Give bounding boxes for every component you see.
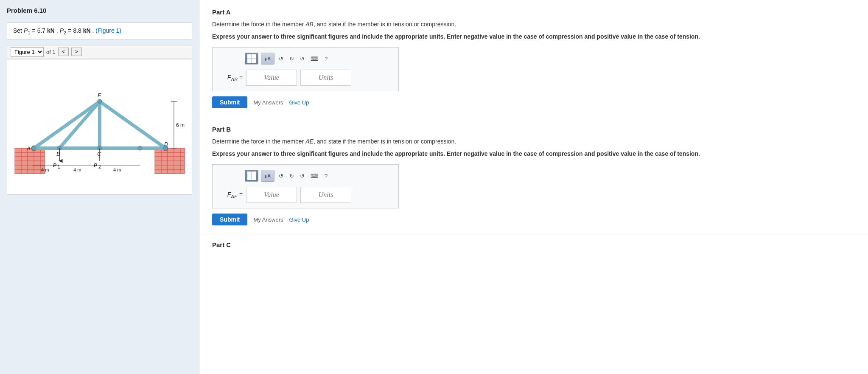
part-a-title: Part A [212, 8, 855, 16]
right-panel: Part A Determine the force in the member… [199, 0, 868, 374]
figure-container: Figure 1 of 1 < > [7, 45, 192, 195]
figure-prev-button[interactable]: < [58, 48, 69, 56]
part-a-answer-box: μA ↺ ↻ ↺ ⌨ ? FAB = [212, 47, 399, 91]
svg-text:4 m: 4 m [41, 167, 49, 172]
toolbar-mu-button[interactable]: μA [261, 53, 274, 65]
part-a-toolbar: μA ↺ ↻ ↺ ⌨ ? [219, 53, 392, 65]
svg-text:1: 1 [58, 165, 60, 169]
part-b-submit-button[interactable]: Submit [212, 214, 247, 225]
svg-text:E: E [98, 92, 101, 98]
part-b-title: Part B [212, 126, 855, 133]
part-b-toolbar-help-icon[interactable]: ? [323, 172, 329, 180]
part-a-description: Determine the force in the member AB, an… [212, 20, 855, 29]
svg-text:←: ← [32, 163, 36, 167]
part-b-value-input[interactable] [246, 187, 297, 203]
part-b-instructions: Express your answer to three significant… [212, 149, 855, 158]
problem-title: Problem 6.10 [7, 7, 192, 14]
part-b-answer-row: FAE = [219, 187, 392, 203]
left-panel: Problem 6.10 Set P1 = 6.7 kN , P2 = 8.8 … [0, 0, 199, 374]
svg-text:D: D [164, 141, 168, 147]
part-b-mu-label: μA [265, 173, 271, 178]
part-c-title: Part C [199, 234, 868, 252]
part-a-section: Part A Determine the force in the member… [199, 0, 868, 117]
truss-diagram: E A B C D 6 m 4 m 4 m 4 m [11, 63, 189, 191]
part-a-give-up-link[interactable]: Give Up [289, 99, 309, 106]
svg-point-30 [98, 99, 102, 104]
svg-text:A: A [26, 145, 31, 152]
svg-text:4 m: 4 m [113, 167, 121, 172]
figure-select[interactable]: Figure 1 [11, 47, 44, 57]
part-b-my-answers-label: My Answers [253, 217, 283, 223]
figure-controls: Figure 1 of 1 < > [7, 45, 192, 59]
part-b-description: Determine the force in the member AE, an… [212, 137, 855, 146]
svg-line-23 [100, 101, 165, 148]
toolbar-redo-icon[interactable]: ↻ [288, 55, 296, 63]
svg-text:2: 2 [98, 165, 101, 169]
part-a-instructions: Express your answer to three significant… [212, 32, 855, 41]
part-b-units-input[interactable] [300, 187, 351, 203]
svg-text:6 m: 6 m [176, 122, 185, 128]
part-a-submit-button[interactable]: Submit [212, 96, 247, 108]
part-a-my-answers-label: My Answers [253, 99, 283, 106]
part-a-units-input[interactable] [300, 70, 351, 86]
toolbar-keyboard-icon[interactable]: ⌨ [309, 55, 320, 63]
toolbar-grid-button[interactable] [245, 53, 258, 65]
part-b-toolbar-reset-icon[interactable]: ↺ [298, 172, 306, 180]
svg-text:4 m: 4 m [73, 167, 81, 172]
figure-link[interactable]: (Figure 1) [95, 27, 121, 34]
figure-image: E A B C D 6 m 4 m 4 m 4 m [7, 59, 192, 195]
problem-info-box: Set P1 = 6.7 kN , P2 = 8.8 kN . (Figure … [7, 22, 192, 40]
part-a-value-input[interactable] [246, 70, 297, 86]
svg-point-32 [138, 146, 142, 150]
part-b-give-up-link[interactable]: Give Up [289, 217, 309, 223]
figure-of-label: of 1 [46, 49, 56, 55]
part-a-equation-label: FAB = [219, 74, 243, 82]
part-a-submit-row: Submit My Answers Give Up [212, 96, 855, 108]
svg-text:P: P [53, 163, 57, 169]
part-b-toolbar-undo-icon[interactable]: ↺ [277, 172, 285, 180]
part-a-answer-row: FAB = [219, 70, 392, 86]
part-b-toolbar: μA ↺ ↻ ↺ ⌨ ? [219, 170, 392, 182]
mu-label: μA [265, 56, 271, 61]
toolbar-reset-icon[interactable]: ↺ [298, 55, 306, 63]
part-b-toolbar-redo-icon[interactable]: ↻ [288, 172, 296, 180]
part-b-answer-box: μA ↺ ↻ ↺ ⌨ ? FAE = [212, 164, 399, 208]
svg-point-27 [32, 146, 36, 150]
figure-next-button[interactable]: > [71, 48, 82, 56]
part-b-toolbar-keyboard-icon[interactable]: ⌨ [309, 172, 320, 180]
svg-text:C: C [97, 151, 101, 157]
part-b-toolbar-grid-button[interactable] [245, 170, 258, 182]
part-b-equation-label: FAE = [219, 191, 243, 199]
part-b-submit-row: Submit My Answers Give Up [212, 214, 855, 225]
part-b-toolbar-mu-button[interactable]: μA [261, 170, 274, 182]
problem-info-text: Set P1 = 6.7 kN , P2 = 8.8 kN . [13, 27, 95, 34]
svg-text:P: P [94, 163, 98, 169]
toolbar-help-icon[interactable]: ? [323, 55, 329, 63]
part-b-section: Part B Determine the force in the member… [199, 117, 868, 234]
toolbar-undo-icon[interactable]: ↺ [277, 55, 285, 63]
